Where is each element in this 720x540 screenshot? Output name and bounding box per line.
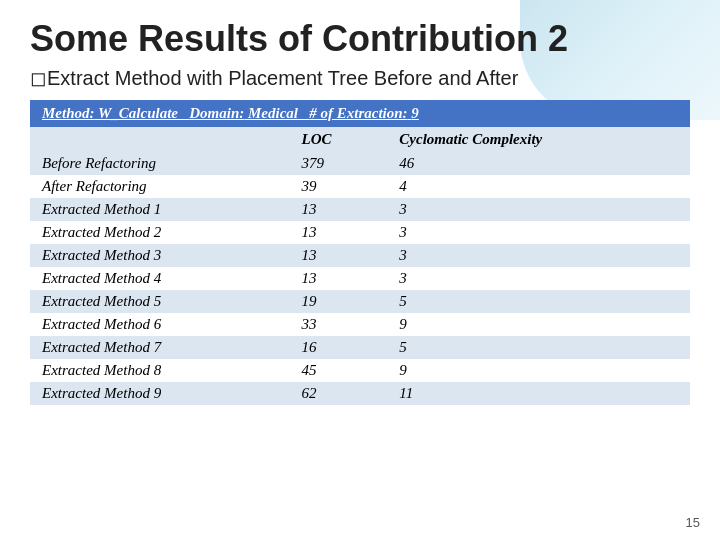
table-header-cell: Method: W_Calculate Domain: Medical # of… (30, 100, 690, 127)
table-row: Extracted Method 4133 (30, 267, 690, 290)
row-loc: 13 (289, 198, 387, 221)
row-loc: 13 (289, 267, 387, 290)
row-label: Extracted Method 4 (30, 267, 289, 290)
results-table: Method: W_Calculate Domain: Medical # of… (30, 100, 690, 405)
row-cc: 3 (387, 198, 690, 221)
row-label: After Refactoring (30, 175, 289, 198)
row-label: Extracted Method 8 (30, 359, 289, 382)
page-number: 15 (686, 515, 700, 530)
row-loc: 45 (289, 359, 387, 382)
row-label: Extracted Method 1 (30, 198, 289, 221)
row-cc: 3 (387, 221, 690, 244)
row-label: Extracted Method 3 (30, 244, 289, 267)
row-label: Extracted Method 2 (30, 221, 289, 244)
domain-label: Domain: (189, 105, 244, 121)
row-label: Extracted Method 7 (30, 336, 289, 359)
col-header-0 (30, 127, 289, 152)
row-loc: 13 (289, 244, 387, 267)
page-title: Some Results of Contribution 2 (0, 0, 720, 66)
row-label: Extracted Method 5 (30, 290, 289, 313)
row-loc: 33 (289, 313, 387, 336)
col-header-1: LOC (289, 127, 387, 152)
row-loc: 19 (289, 290, 387, 313)
table-container: Method: W_Calculate Domain: Medical # of… (30, 100, 690, 405)
table-row: Extracted Method 8459 (30, 359, 690, 382)
table-row: Before Refactoring37946 (30, 152, 690, 175)
table-row: Extracted Method 3133 (30, 244, 690, 267)
col-header-2: Cyclomatic Complexity (387, 127, 690, 152)
table-row: Extracted Method 2133 (30, 221, 690, 244)
row-label: Extracted Method 6 (30, 313, 289, 336)
row-cc: 11 (387, 382, 690, 405)
row-loc: 39 (289, 175, 387, 198)
row-cc: 46 (387, 152, 690, 175)
table-row: After Refactoring394 (30, 175, 690, 198)
domain-value: Medical (248, 105, 298, 121)
table-row: Extracted Method 5195 (30, 290, 690, 313)
extraction-value: 9 (411, 105, 419, 121)
method-value: W_Calculate (98, 105, 178, 121)
table-row: Extracted Method 1133 (30, 198, 690, 221)
row-cc: 9 (387, 313, 690, 336)
method-label: Method: (42, 105, 95, 121)
row-cc: 3 (387, 267, 690, 290)
table-row: Extracted Method 96211 (30, 382, 690, 405)
row-label: Before Refactoring (30, 152, 289, 175)
row-loc: 62 (289, 382, 387, 405)
row-label: Extracted Method 9 (30, 382, 289, 405)
extraction-label: # of Extraction: (309, 105, 407, 121)
row-cc: 5 (387, 290, 690, 313)
row-cc: 9 (387, 359, 690, 382)
row-cc: 4 (387, 175, 690, 198)
subtitle: ◻Extract Method with Placement Tree Befo… (0, 66, 720, 100)
table-row: Extracted Method 6339 (30, 313, 690, 336)
row-loc: 13 (289, 221, 387, 244)
row-cc: 3 (387, 244, 690, 267)
row-loc: 16 (289, 336, 387, 359)
row-cc: 5 (387, 336, 690, 359)
table-row: Extracted Method 7165 (30, 336, 690, 359)
row-loc: 379 (289, 152, 387, 175)
